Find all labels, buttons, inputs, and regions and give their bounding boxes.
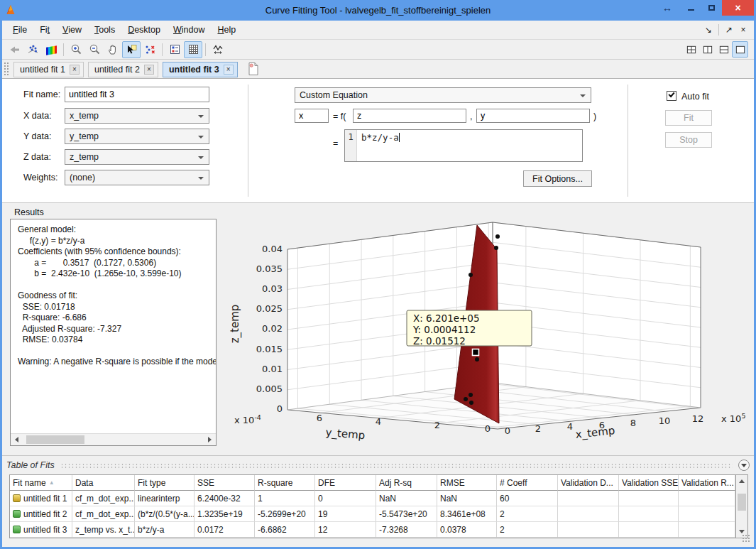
- print-arrow-button[interactable]: [5, 41, 23, 58]
- table-cell[interactable]: 12: [315, 522, 376, 538]
- independent-variable-1-input[interactable]: [353, 109, 466, 123]
- table-cell[interactable]: 0.0378: [437, 522, 497, 538]
- table-cell[interactable]: 6.2400e-32: [195, 491, 255, 506]
- column-header--coeff[interactable]: # Coeff: [497, 475, 558, 491]
- table-cell[interactable]: [619, 506, 679, 522]
- table-cell[interactable]: [619, 491, 679, 506]
- table-cell[interactable]: untitled fit 1: [10, 491, 72, 506]
- table-cell[interactable]: 60: [497, 491, 558, 506]
- table-cell[interactable]: untitled fit 3: [10, 522, 72, 538]
- column-header-r-square[interactable]: R-square: [255, 475, 315, 491]
- fit-tab-3[interactable]: untitled fit 3×: [163, 62, 238, 77]
- data-point[interactable]: [464, 397, 468, 401]
- table-row[interactable]: untitled fit 2cf_m_dot_exp...(b*z/(0.5*(…: [10, 506, 735, 522]
- column-header-validation-r-[interactable]: Validation R...: [679, 475, 735, 491]
- layout-single-button[interactable]: [732, 41, 748, 58]
- scroll-up-icon[interactable]: [739, 479, 745, 483]
- custom-equation-editor[interactable]: 1 b*z/y-a: [344, 129, 583, 162]
- table-cell[interactable]: -6.6862: [255, 522, 315, 538]
- title-bar[interactable]: Curve Fitting Tool - lvalvegelb_fit_stof…: [0, 0, 756, 21]
- scatter-3d-button[interactable]: [23, 41, 42, 58]
- menu-window[interactable]: Window: [167, 21, 211, 39]
- menu-tools[interactable]: Tools: [88, 21, 121, 39]
- results-horizontal-scrollbar[interactable]: [11, 433, 216, 445]
- stop-button[interactable]: Stop: [665, 132, 712, 148]
- table-cell[interactable]: [679, 522, 735, 538]
- window-close-button[interactable]: ×: [722, 0, 754, 16]
- table-cell[interactable]: (b*z/(0.5*(y-a...: [135, 506, 195, 522]
- table-cell[interactable]: [558, 506, 619, 522]
- fit-tab-1[interactable]: untitled fit 1×: [13, 62, 84, 77]
- layout-quad-button[interactable]: [683, 41, 699, 58]
- plot-3d-canvas[interactable]: X: 6.201e+05 Y: 0.0004112 Z: 0.01512 00.…: [217, 203, 754, 455]
- tab-close-icon[interactable]: ×: [224, 65, 234, 75]
- tabbar-drag-grip[interactable]: [4, 62, 9, 76]
- scroll-right-icon[interactable]: [208, 437, 212, 442]
- column-header-rmse[interactable]: RMSE: [437, 475, 497, 491]
- table-row[interactable]: untitled fit 1cf_m_dot_exp...linearinter…: [10, 491, 735, 506]
- column-header-validation-d-[interactable]: Validation D...: [558, 475, 619, 491]
- table-cell[interactable]: 0.0172: [195, 522, 255, 538]
- undock-arrow-icon[interactable]: ↗: [723, 25, 735, 35]
- table-cell[interactable]: [558, 522, 619, 538]
- menu-fit[interactable]: Fit: [33, 21, 56, 39]
- layout-columns-button[interactable]: [699, 41, 716, 58]
- fit-button[interactable]: Fit: [665, 110, 712, 126]
- pan-hand-button[interactable]: [104, 41, 122, 58]
- data-point[interactable]: [469, 401, 473, 405]
- column-header-adj-r-sq[interactable]: Adj R-sq: [376, 475, 437, 491]
- table-cell[interactable]: cf_m_dot_exp...: [72, 506, 135, 522]
- x-data-select[interactable]: x_temp: [65, 108, 209, 124]
- data-point[interactable]: [469, 393, 473, 397]
- menu-help[interactable]: Help: [212, 21, 243, 39]
- new-fit-button[interactable]: [246, 62, 261, 76]
- table-cell[interactable]: 1.3235e+19: [195, 506, 255, 522]
- table-cell[interactable]: linearinterp: [135, 491, 195, 506]
- dock-arrow-icon[interactable]: ↘: [702, 25, 715, 35]
- table-cell[interactable]: [679, 506, 735, 522]
- residuals-plot-button[interactable]: [209, 41, 227, 58]
- menu-file[interactable]: File: [6, 21, 33, 39]
- equation-expression[interactable]: b*z/y-a: [357, 130, 400, 161]
- data-point[interactable]: [495, 234, 500, 239]
- window-resize-grip[interactable]: [742, 534, 750, 543]
- scroll-left-icon[interactable]: [15, 437, 18, 442]
- datatip-button[interactable]: [122, 41, 141, 58]
- fit-type-select[interactable]: Custom Equation: [295, 87, 591, 103]
- legend-toggle-button[interactable]: [165, 41, 184, 58]
- layout-rows-button[interactable]: [716, 41, 732, 58]
- menu-desktop[interactable]: Desktop: [121, 21, 167, 39]
- independent-variable-2-input[interactable]: [476, 109, 590, 123]
- tab-close-icon[interactable]: ×: [144, 65, 154, 75]
- table-cell[interactable]: 0: [315, 491, 376, 506]
- collapse-panel-button[interactable]: [738, 460, 750, 471]
- column-header-validation-sse[interactable]: Validation SSE: [619, 475, 679, 491]
- table-cell[interactable]: [558, 491, 619, 506]
- zoom-out-button[interactable]: [85, 41, 104, 58]
- tab-close-icon[interactable]: ×: [70, 65, 80, 75]
- table-cell[interactable]: 2: [497, 522, 558, 538]
- window-minimize-button[interactable]: [681, 0, 701, 16]
- table-cell[interactable]: NaN: [437, 491, 497, 506]
- table-cell[interactable]: NaN: [376, 491, 437, 506]
- table-cell[interactable]: 1: [255, 491, 315, 506]
- table-cell[interactable]: [679, 491, 735, 506]
- table-cell[interactable]: 8.3461e+08: [437, 506, 497, 522]
- fit-tab-2[interactable]: untitled fit 2×: [88, 62, 158, 77]
- y-data-select[interactable]: y_temp: [65, 129, 209, 144]
- fit-name-input[interactable]: [65, 87, 209, 102]
- table-vertical-scrollbar[interactable]: [735, 475, 747, 538]
- scrollbar-thumb[interactable]: [26, 435, 84, 444]
- z-data-select[interactable]: z_temp: [65, 149, 209, 165]
- scroll-down-icon[interactable]: [739, 530, 745, 533]
- window-resize-button[interactable]: ↔: [654, 0, 681, 16]
- dependent-variable-input[interactable]: [295, 109, 329, 123]
- column-header-fit-type[interactable]: Fit type: [135, 475, 195, 491]
- fit-options-button[interactable]: Fit Options...: [523, 170, 592, 187]
- table-row[interactable]: untitled fit 3z_temp vs. x_t...b*z/y-a0.…: [10, 522, 735, 538]
- table-cell[interactable]: 19: [315, 506, 376, 522]
- data-point[interactable]: [494, 246, 498, 250]
- datatip-marker[interactable]: [473, 349, 479, 356]
- column-header-sse[interactable]: SSE: [195, 475, 255, 491]
- table-cell[interactable]: -5.5473e+20: [376, 506, 437, 522]
